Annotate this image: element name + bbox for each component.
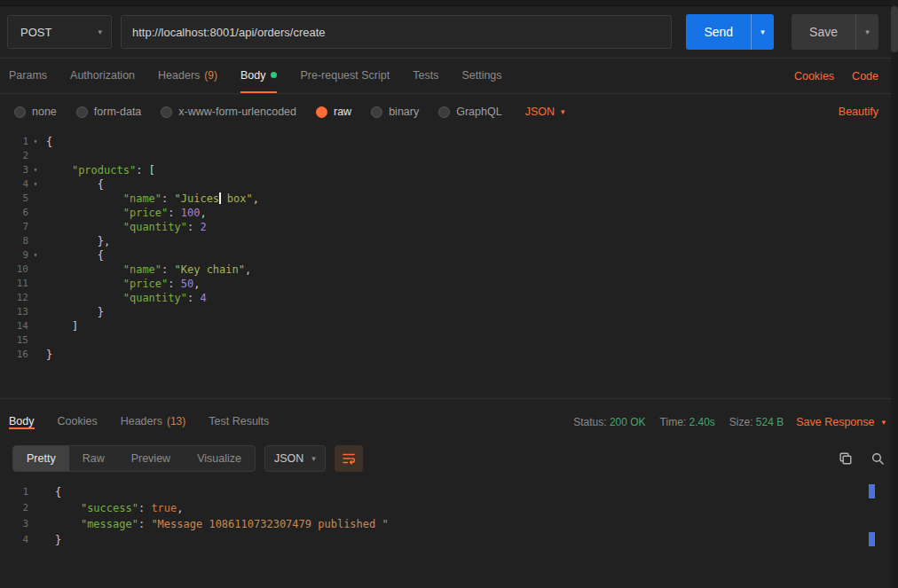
fold-arrow-icon bbox=[28, 149, 43, 163]
fold-arrow-icon[interactable]: ▾ bbox=[28, 177, 43, 192]
body-type-list: noneform-datax-www-form-urlencodedrawbin… bbox=[14, 106, 502, 118]
window-scrollbar[interactable] bbox=[891, 0, 898, 588]
token: "name" bbox=[123, 263, 161, 276]
response-editor[interactable]: 1{2 "success": true,3 "message": "Messag… bbox=[0, 484, 898, 548]
response-tab-body[interactable]: Body bbox=[9, 415, 35, 429]
fold-arrow-icon bbox=[28, 333, 43, 348]
copy-button[interactable] bbox=[838, 451, 854, 466]
meta-label: Status: bbox=[573, 416, 610, 428]
token: } bbox=[46, 349, 52, 361]
response-size: Size: 524 B bbox=[729, 416, 784, 428]
body-type-binary[interactable]: binary bbox=[371, 106, 419, 118]
radio-label: form-data bbox=[94, 106, 142, 118]
tab-count: (9) bbox=[204, 69, 217, 82]
line-number: 9 bbox=[2, 248, 28, 263]
code-line: 6 "price": 100, bbox=[0, 206, 898, 220]
save-button[interactable]: Save bbox=[792, 14, 855, 50]
line-gutter: 4▾ bbox=[0, 177, 43, 192]
radio-label: binary bbox=[389, 106, 419, 118]
response-tab-headers[interactable]: Headers(13) bbox=[121, 415, 186, 429]
body-type-x-www-form-urlencoded[interactable]: x-www-form-urlencoded bbox=[161, 106, 296, 118]
line-number: 10 bbox=[2, 263, 28, 277]
scrollbar-thumb[interactable] bbox=[891, 6, 898, 52]
code-line: 4} bbox=[0, 532, 898, 548]
token bbox=[46, 263, 123, 276]
token: , bbox=[177, 502, 183, 514]
token: : bbox=[138, 502, 151, 514]
save-response-button[interactable]: Save Response ▾ bbox=[796, 416, 886, 428]
token: 100 bbox=[181, 207, 201, 219]
radio-unselected-icon bbox=[371, 106, 382, 118]
token: "Key chain" bbox=[175, 263, 245, 276]
body-type-graphql[interactable]: GraphQL bbox=[438, 106, 501, 118]
request-tabs-list: ParamsAuthorizationHeaders(9)BodyPre-req… bbox=[9, 59, 525, 93]
code-link[interactable]: Code bbox=[852, 70, 878, 82]
url-input[interactable]: http://localhost:8001/api/orders/create bbox=[121, 15, 672, 49]
response-tab-test-results[interactable]: Test Results bbox=[209, 415, 269, 429]
search-button[interactable] bbox=[870, 451, 886, 466]
wrap-text-button[interactable] bbox=[335, 445, 363, 472]
send-options-button[interactable]: ▾ bbox=[751, 14, 774, 50]
fold-arrow-icon bbox=[28, 516, 43, 532]
body-type-form-data[interactable]: form-data bbox=[76, 106, 142, 118]
line-number: 4 bbox=[2, 532, 28, 548]
tab-label: Headers bbox=[121, 415, 162, 427]
code-line: 1▾{ bbox=[0, 135, 898, 149]
response-editor-section: 1{2 "success": true,3 "message": "Messag… bbox=[0, 477, 898, 588]
request-tab-body[interactable]: Body bbox=[240, 59, 278, 93]
view-pretty[interactable]: Pretty bbox=[13, 446, 69, 471]
method-select[interactable]: POST ▾ bbox=[7, 15, 112, 49]
line-number: 5 bbox=[2, 192, 28, 206]
fold-arrow-icon bbox=[28, 277, 43, 291]
wrap-text-icon bbox=[342, 451, 356, 466]
request-tab-tests[interactable]: Tests bbox=[413, 59, 438, 93]
line-number: 12 bbox=[2, 291, 28, 305]
save-options-button[interactable]: ▾ bbox=[855, 14, 878, 50]
line-number: 4 bbox=[2, 177, 28, 192]
tab-label: Body bbox=[9, 415, 35, 427]
fold-arrow-icon bbox=[28, 305, 43, 319]
code-line: 3▾ "products": [ bbox=[0, 163, 898, 177]
radio-label: GraphQL bbox=[456, 106, 501, 118]
request-tab-headers[interactable]: Headers(9) bbox=[158, 59, 217, 93]
token bbox=[46, 278, 123, 290]
line-gutter: 10 bbox=[0, 263, 43, 277]
view-raw[interactable]: Raw bbox=[69, 446, 118, 471]
token: : bbox=[187, 292, 200, 304]
request-tabs-row: ParamsAuthorizationHeaders(9)BodyPre-req… bbox=[0, 59, 898, 94]
fold-arrow-icon[interactable]: ▾ bbox=[28, 135, 43, 149]
code-line: 9▾ { bbox=[0, 248, 898, 263]
scrollbar-mark bbox=[869, 532, 875, 546]
code-text: }, bbox=[46, 234, 110, 248]
save-button-group: Save ▾ bbox=[792, 14, 878, 50]
raw-language-select[interactable]: JSON ▾ bbox=[525, 106, 565, 118]
code-text: "price": 100, bbox=[46, 206, 207, 220]
response-language-label: JSON bbox=[274, 452, 303, 465]
send-button[interactable]: Send bbox=[686, 14, 751, 50]
response-language-select[interactable]: JSON ▾ bbox=[264, 445, 326, 472]
line-gutter: 3▾ bbox=[0, 163, 43, 177]
body-type-none[interactable]: none bbox=[14, 106, 57, 118]
fold-arrow-icon bbox=[28, 220, 43, 234]
code-line: 13 } bbox=[0, 305, 898, 319]
request-editor[interactable]: 1▾{23▾ "products": [4▾ {5 "name": "Juice… bbox=[0, 129, 898, 399]
body-type-raw[interactable]: raw bbox=[316, 106, 351, 118]
request-tab-pre-request-script[interactable]: Pre-request Script bbox=[300, 59, 390, 93]
view-preview[interactable]: Preview bbox=[118, 446, 184, 471]
fold-arrow-icon bbox=[28, 291, 43, 305]
request-tab-settings[interactable]: Settings bbox=[461, 59, 501, 93]
beautify-link[interactable]: Beautify bbox=[839, 106, 878, 118]
line-gutter: 14 bbox=[0, 319, 43, 333]
fold-arrow-icon[interactable]: ▾ bbox=[28, 163, 43, 177]
copy-icon bbox=[839, 451, 853, 466]
request-tab-authorization[interactable]: Authorization bbox=[70, 59, 135, 93]
fold-arrow-icon[interactable]: ▾ bbox=[28, 248, 43, 263]
response-tab-cookies[interactable]: Cookies bbox=[58, 415, 98, 429]
cookies-link[interactable]: Cookies bbox=[794, 70, 834, 82]
token: "message" bbox=[81, 518, 138, 530]
request-tab-params[interactable]: Params bbox=[9, 59, 47, 93]
view-visualize[interactable]: Visualize bbox=[184, 446, 255, 471]
tab-label: Body bbox=[240, 69, 266, 82]
fold-arrow-icon bbox=[28, 319, 43, 333]
line-number: 2 bbox=[2, 500, 28, 516]
